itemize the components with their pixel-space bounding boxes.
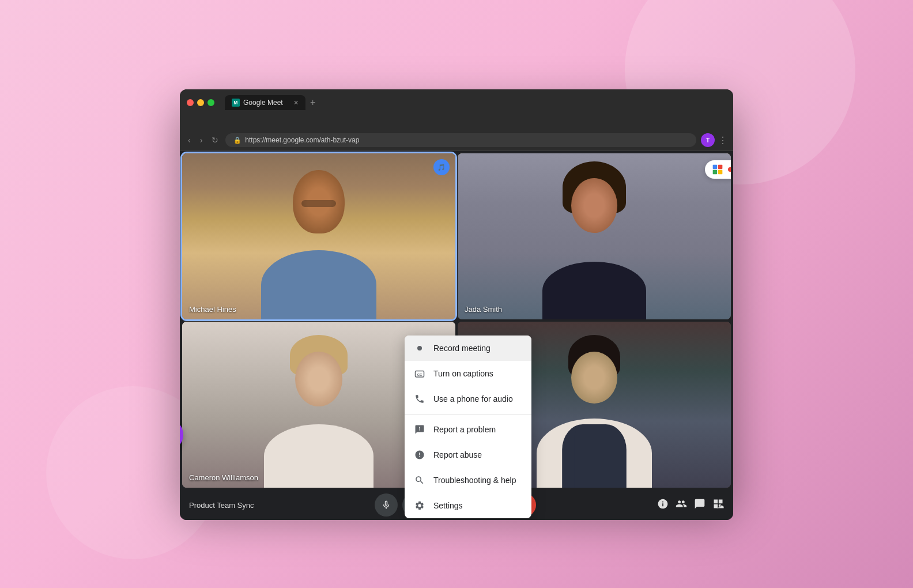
menu-label-settings: Settings xyxy=(433,501,463,510)
menu-item-report-problem[interactable]: Report a problem xyxy=(405,417,531,442)
menu-item-captions[interactable]: CC Turn on captions xyxy=(405,361,531,386)
people-button[interactable] xyxy=(676,498,687,512)
activities-button[interactable] xyxy=(712,498,724,512)
new-tab-button[interactable]: + xyxy=(308,95,318,110)
people-icon xyxy=(676,498,687,510)
menu-item-record[interactable]: Record meeting xyxy=(405,336,531,361)
address-field[interactable]: 🔒 https://meet.google.com/ath-bzut-vap xyxy=(225,133,696,147)
captions-icon: CC xyxy=(414,368,425,379)
svg-rect-4 xyxy=(712,170,717,175)
menu-label-captions: Turn on captions xyxy=(433,369,493,378)
menu-label-report-problem: Report a problem xyxy=(433,425,496,434)
svg-rect-3 xyxy=(718,165,722,169)
phone-icon xyxy=(414,393,425,405)
meet-content: 🎵 Michael Hines Jada Smith xyxy=(180,151,733,520)
chat-button[interactable] xyxy=(694,498,705,512)
meet-logo-icon xyxy=(712,164,723,175)
tab-bar: M Google Meet ✕ + xyxy=(225,95,726,110)
svg-text:M: M xyxy=(234,100,238,105)
context-menu: Record meeting CC Turn on captions U xyxy=(405,336,531,518)
troubleshooting-icon xyxy=(414,474,425,486)
rec-badge: REC xyxy=(705,160,731,179)
browser-window: M Google Meet ✕ + ‹ › ↻ 🔒 https://meet.g… xyxy=(180,89,733,499)
video-tile-michael: 🎵 Michael Hines xyxy=(182,153,455,319)
video-bg-jada xyxy=(458,153,731,319)
svg-text:CC: CC xyxy=(417,373,422,376)
info-icon xyxy=(657,498,669,510)
browser-actions: T ⋮ xyxy=(701,133,727,147)
mic-button[interactable] xyxy=(375,493,398,517)
refresh-button[interactable]: ↻ xyxy=(209,134,221,146)
meeting-name: Product Team Sync xyxy=(189,501,254,510)
menu-label-report-abuse: Report abuse xyxy=(433,450,482,459)
menu-item-settings[interactable]: Settings xyxy=(405,493,531,518)
tab-title: Google Meet xyxy=(243,99,283,107)
extension-icon[interactable]: T xyxy=(701,133,715,147)
mic-icon xyxy=(381,500,391,510)
address-bar-row: ‹ › ↻ 🔒 https://meet.google.com/ath-bzut… xyxy=(180,130,733,151)
video-tile-jada: Jada Smith REC xyxy=(458,153,731,319)
participant-name-cameron: Cameron Williamson xyxy=(189,473,258,482)
chat-icon xyxy=(694,498,705,510)
close-window-button[interactable] xyxy=(187,99,194,106)
menu-label-troubleshooting: Troubleshooting & help xyxy=(433,476,516,485)
menu-label-phone: Use a phone for audio xyxy=(433,394,513,404)
toolbar-right xyxy=(657,498,724,512)
menu-divider-1 xyxy=(405,414,531,414)
menu-item-phone[interactable]: Use a phone for audio xyxy=(405,386,531,412)
record-icon xyxy=(414,342,425,354)
minimize-window-button[interactable] xyxy=(197,99,204,106)
active-tab[interactable]: M Google Meet ✕ xyxy=(225,95,305,110)
menu-label-record: Record meeting xyxy=(433,344,491,353)
video-bg-michael xyxy=(182,153,455,319)
report-abuse-icon xyxy=(414,449,425,461)
rec-dot xyxy=(728,167,731,172)
mic-active-indicator: 🎵 xyxy=(433,159,450,175)
info-button[interactable] xyxy=(657,498,669,512)
url-text: https://meet.google.com/ath-bzut-vap xyxy=(245,136,359,144)
report-problem-icon xyxy=(414,424,425,435)
tab-close-button[interactable]: ✕ xyxy=(293,99,299,107)
participant-name-jada: Jada Smith xyxy=(465,305,502,314)
participant-name-michael: Michael Hines xyxy=(189,305,236,314)
browser-menu-button[interactable]: ⋮ xyxy=(718,135,727,146)
meet-favicon-icon: M xyxy=(232,99,240,107)
back-button[interactable]: ‹ xyxy=(186,134,193,146)
traffic-lights-row: M Google Meet ✕ + xyxy=(187,95,726,110)
lock-icon: 🔒 xyxy=(233,137,242,144)
menu-item-troubleshooting[interactable]: Troubleshooting & help xyxy=(405,468,531,493)
browser-chrome: M Google Meet ✕ + xyxy=(180,89,733,130)
svg-rect-5 xyxy=(718,170,722,175)
forward-button[interactable]: › xyxy=(198,134,205,146)
menu-item-report-abuse[interactable]: Report abuse xyxy=(405,442,531,468)
activities-icon xyxy=(712,498,724,510)
settings-icon xyxy=(414,500,425,511)
svg-rect-2 xyxy=(712,165,717,169)
maximize-window-button[interactable] xyxy=(207,99,214,106)
